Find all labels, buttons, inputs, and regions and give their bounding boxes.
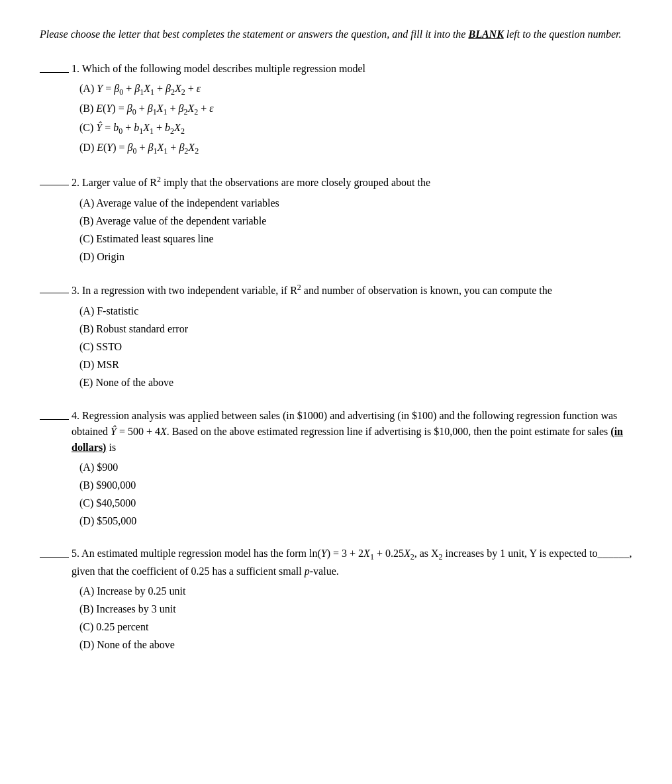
question-1-text: 1. Which of the following model describe…: [72, 61, 365, 77]
question-5-options: (A) Increase by 0.25 unit (B) Increases …: [40, 582, 632, 654]
option-4a: (A) $900: [79, 458, 632, 476]
question-2-text: 2. Larger value of R2 imply that the obs…: [72, 173, 430, 191]
option-3c: (C) SSTO: [79, 338, 632, 356]
question-5-text: 5. An estimated multiple regression mode…: [72, 546, 632, 579]
question-2: 2. Larger value of R2 imply that the obs…: [40, 173, 632, 266]
option-1c: (C) Ŷ = b0 + b1X1 + b2X2: [79, 119, 632, 138]
option-2b: (B) Average value of the dependent varia…: [79, 212, 632, 230]
question-4: 4. Regression analysis was applied betwe…: [40, 408, 632, 530]
option-3b: (B) Robust standard error: [79, 320, 632, 338]
option-5b: (B) Increases by 3 unit: [79, 600, 632, 618]
question-1-line: 1. Which of the following model describe…: [40, 61, 632, 77]
option-4b: (B) $900,000: [79, 476, 632, 494]
question-4-line: 4. Regression analysis was applied betwe…: [40, 408, 632, 456]
question-3-options: (A) F-statistic (B) Robust standard erro…: [40, 302, 632, 392]
option-1d: (D) E(Y) = β0 + β1X1 + β2X2: [79, 138, 632, 158]
question-4-text: 4. Regression analysis was applied betwe…: [72, 408, 632, 456]
option-5c: (C) 0.25 percent: [79, 618, 632, 636]
question-3-line: 3. In a regression with two independent …: [40, 281, 632, 299]
question-3-text: 3. In a regression with two independent …: [72, 281, 552, 299]
answer-blank-4: [40, 408, 69, 420]
question-1-options: (A) Y = β0 + β1X1 + β2X2 + ε (B) E(Y) = …: [40, 79, 632, 158]
option-3d: (D) MSR: [79, 356, 632, 373]
question-3: 3. In a regression with two independent …: [40, 281, 632, 391]
option-3a: (A) F-statistic: [79, 302, 632, 320]
question-5-line: 5. An estimated multiple regression mode…: [40, 546, 632, 579]
answer-blank-2: [40, 173, 69, 185]
question-1: 1. Which of the following model describe…: [40, 61, 632, 158]
instructions-text: Please choose the letter that best compl…: [40, 26, 632, 42]
option-1a: (A) Y = β0 + β1X1 + β2X2 + ε: [79, 79, 632, 99]
question-2-options: (A) Average value of the independent var…: [40, 194, 632, 266]
option-2d: (D) Origin: [79, 248, 632, 266]
answer-blank-5: [40, 546, 69, 558]
option-4d: (D) $505,000: [79, 512, 632, 530]
question-2-line: 2. Larger value of R2 imply that the obs…: [40, 173, 632, 191]
option-3e: (E) None of the above: [79, 373, 632, 391]
option-5d: (D) None of the above: [79, 636, 632, 654]
option-2c: (C) Estimated least squares line: [79, 230, 632, 248]
option-4c: (C) $40,5000: [79, 494, 632, 512]
question-4-options: (A) $900 (B) $900,000 (C) $40,5000 (D) $…: [40, 458, 632, 530]
answer-blank-3: [40, 281, 69, 293]
page-container: Please choose the letter that best compl…: [40, 26, 632, 654]
blank-word: BLANK: [468, 28, 503, 40]
option-1b: (B) E(Y) = β0 + β1X1 + β2X2 + ε: [79, 99, 632, 119]
question-5: 5. An estimated multiple regression mode…: [40, 546, 632, 654]
answer-blank-1: [40, 61, 69, 73]
option-5a: (A) Increase by 0.25 unit: [79, 582, 632, 600]
option-2a: (A) Average value of the independent var…: [79, 194, 632, 212]
